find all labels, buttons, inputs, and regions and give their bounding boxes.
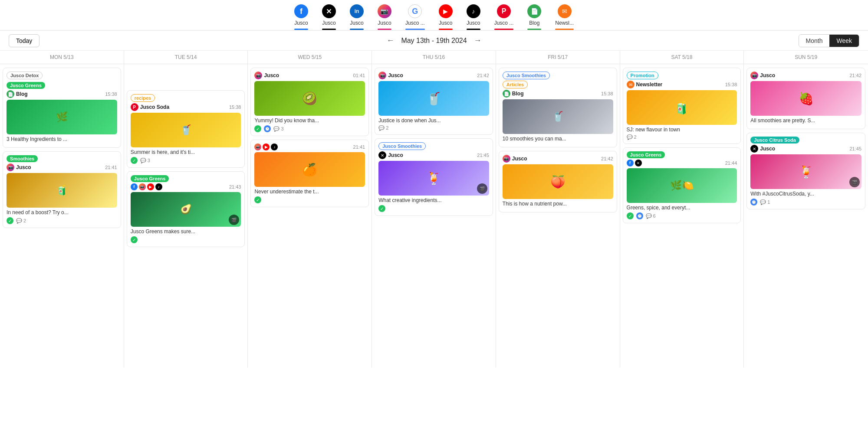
tag-recipes: recipes	[131, 94, 155, 102]
card[interactable]: Jusco Smoothies ✕ Jusco 21:45 🍹 🎬 What c…	[375, 138, 493, 216]
pinterest-icon: P	[497, 4, 511, 18]
video-badge: 🎬	[849, 177, 860, 187]
nav-underline-facebook	[294, 29, 308, 30]
card[interactable]: Jusco Greens f ✕ 21:44 🌿🍋 Greens, spice,…	[623, 147, 741, 223]
card-text: Yummy! Did you know tha...	[254, 117, 365, 124]
nav-item-newsletter[interactable]: ✉ Newsl...	[548, 4, 581, 30]
day-col-wed: 📷 Jusco 01:41 🥝 Yummy! Did you know tha.…	[248, 64, 372, 368]
twitter-platform-icon: ✕	[378, 151, 386, 159]
platform-label: Jusco	[512, 156, 527, 162]
platform-label: Jusco	[16, 164, 31, 170]
nav-underline-blog	[527, 29, 541, 30]
card-image: 🍓	[750, 81, 861, 116]
tag-jusco-greens-2: Jusco Greens	[131, 175, 169, 182]
calendar-grid: MON 5/13 TUE 5/14 WED 5/15 THU 5/16 FRI …	[0, 51, 868, 368]
card-text: All smoothies are pretty. S...	[750, 117, 861, 124]
instagram-sm-icon2: 📷	[254, 143, 261, 150]
platform-label: Jusco	[264, 72, 279, 78]
instagram-platform-icon4: 📷	[750, 72, 758, 79]
nav-label-twitter: Jusco	[322, 20, 335, 26]
tag-jusco-greens-sat: Jusco Greens	[627, 151, 665, 158]
card[interactable]: 📷 ▶ ♪ 21:41 🍊 Never underestimate the t.…	[250, 140, 369, 207]
nav-item-instagram[interactable]: 📷 Jusco	[371, 4, 398, 30]
video-badge: 🎬	[477, 183, 487, 194]
day-col-sun: 📷 Jusco 21:42 🍓 All smoothies are pretty…	[744, 64, 868, 368]
nav-item-pinterest[interactable]: P Jusco ...	[487, 4, 521, 30]
nav-underline-twitter	[322, 29, 336, 30]
card-time: 21:45	[477, 153, 489, 158]
card-time: 21:45	[849, 146, 861, 151]
card[interactable]: recipes P Jusco Soda 15:38 🥤 Summer is h…	[127, 90, 245, 168]
nav-item-google[interactable]: G Jusco ...	[398, 4, 432, 30]
card[interactable]: Smoothies 📷 Jusco 21:41 🧃 In need of a b…	[3, 151, 121, 228]
nav-label-google: Jusco ...	[405, 20, 425, 26]
day-col-thu: 📷 Jusco 21:42 🥤 Justice is done when Jus…	[372, 64, 496, 368]
facebook-sm-icon: f	[131, 183, 138, 190]
youtube-icon: ▶	[439, 4, 453, 18]
card-text: Summer is here, and it's ti...	[131, 149, 241, 155]
card-time: 15:38	[725, 82, 737, 87]
tag-jusco-smoothies-fri: Jusco Smoothies	[503, 72, 550, 79]
card[interactable]: 📷 Jusco 21:42 🍓 All smoothies are pretty…	[746, 68, 865, 129]
next-week-button[interactable]: →	[474, 36, 482, 45]
card-image: 🍑	[503, 164, 613, 199]
card-text: SJ: new flavour in town	[627, 127, 737, 133]
card[interactable]: Jusco Detox Jusco Greens 📄 Blog 15:38 🌿 …	[3, 68, 121, 148]
card-time: 21:44	[725, 160, 737, 166]
card-text: With #JuscoCitrusSoda, y...	[750, 191, 861, 197]
check-icon: ✓	[627, 212, 634, 219]
card[interactable]: Jusco Smoothies Articles 📄 Blog 15:38 🥤 …	[499, 68, 617, 147]
nav-underline-instagram	[378, 29, 391, 30]
card-time: 21:41	[105, 165, 117, 170]
week-view-button[interactable]: Week	[829, 35, 859, 47]
nav-label-pinterest: Jusco ...	[494, 20, 514, 26]
card[interactable]: Jusco Greens f 📷 ▶ ♪ 21:43 🥑 🎬 Jusco Gre…	[127, 171, 245, 247]
newsletter-icon: ✉	[558, 4, 572, 18]
nav-underline-newsletter	[555, 29, 574, 30]
card-text: What creative ingredients...	[378, 197, 489, 203]
card-text: 10 smoothies you can ma...	[503, 136, 613, 142]
nav-item-facebook[interactable]: f Jusco	[287, 4, 315, 30]
tag-jusco-citrus-soda: Jusco Citrus Soda	[750, 137, 799, 143]
card[interactable]: 📷 Jusco 21:42 🥤 Justice is done when Jus…	[375, 68, 493, 135]
platform-label: Blog	[16, 91, 28, 97]
tag-promotion: Promotion	[627, 72, 658, 79]
comment-icon: 💬 3	[140, 158, 150, 163]
nav-underline-pinterest	[494, 29, 514, 30]
nav-item-youtube[interactable]: ▶ Jusco	[432, 4, 460, 30]
google-icon: G	[408, 4, 422, 18]
day-col-sat: Promotion ✉ Newsletter 15:38 🧃 SJ: new f…	[620, 64, 744, 368]
card[interactable]: Jusco Citrus Soda ✕ Jusco 21:45 🍹 🎬 With…	[746, 133, 865, 209]
card[interactable]: Promotion ✉ Newsletter 15:38 🧃 SJ: new f…	[623, 68, 741, 144]
instagram-platform-icon3: 📷	[503, 155, 510, 163]
instagram-platform-icon: 📷	[254, 72, 262, 79]
card-image: 🥑 🎬	[131, 192, 241, 227]
nav-item-twitter[interactable]: ✕ Jusco	[315, 4, 343, 30]
calendar-wrapper: MON 5/13 TUE 5/14 WED 5/15 THU 5/16 FRI …	[0, 51, 868, 368]
check-icon: ✓	[7, 217, 13, 224]
day-header-thu: THU 5/16	[372, 51, 496, 64]
card-time: 21:42	[849, 73, 861, 78]
card-time: 21:42	[601, 156, 613, 161]
platform-label: Jusco	[760, 146, 775, 152]
month-view-button[interactable]: Month	[799, 35, 830, 47]
youtube-sm-icon2: ▶	[263, 143, 270, 150]
top-nav: f Jusco ✕ Jusco in Jusco 📷 Jusco G Jusco…	[0, 0, 868, 31]
comment-icon: 💬 2	[627, 134, 637, 140]
card[interactable]: 📷 Jusco 21:42 🍑 This is how a nutrient p…	[499, 151, 617, 212]
check-icon: ✓	[254, 125, 261, 132]
card-image: 🧃	[7, 173, 117, 208]
today-button[interactable]: Today	[9, 34, 39, 47]
prev-week-button[interactable]: ←	[386, 36, 394, 45]
nav-label-linkedin: Jusco	[350, 20, 363, 26]
blog-icon: 📄	[527, 4, 541, 18]
comment-icon: 💬 2	[378, 125, 388, 131]
nav-item-linkedin[interactable]: in Jusco	[343, 4, 371, 30]
nav-item-tiktok[interactable]: ♪ Jusco	[460, 4, 487, 30]
nav-item-blog[interactable]: 📄 Blog	[520, 4, 548, 30]
twitter-sm-icon3: ✕	[635, 160, 642, 166]
clock-icon: 🕐	[264, 125, 271, 132]
twitter-platform-icon2: ✕	[750, 145, 758, 153]
check-icon: ✓	[131, 236, 138, 243]
card[interactable]: 📷 Jusco 01:41 🥝 Yummy! Did you know tha.…	[250, 68, 369, 136]
